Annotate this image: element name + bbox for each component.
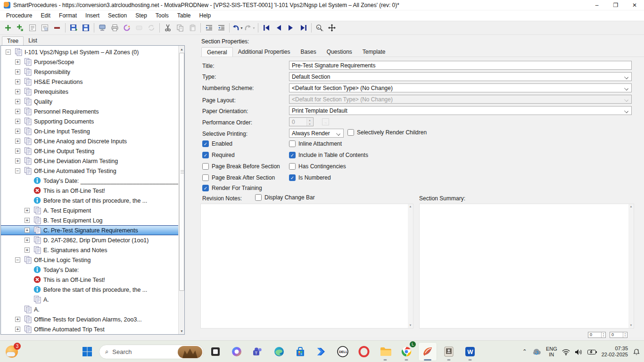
tree-item[interactable]: Before the start of this procedure, the … [1, 196, 178, 206]
menu-format[interactable]: Format [55, 11, 81, 20]
expand-icon[interactable]: + [15, 139, 20, 144]
tab-questions[interactable]: Questions [322, 47, 357, 57]
menu-tools[interactable]: Tools [151, 11, 173, 20]
tab-template[interactable]: Template [357, 47, 391, 57]
page-break-after-checkbox[interactable]: Page Break After Section [202, 174, 275, 181]
menu-procedure[interactable]: Procedure [2, 11, 36, 20]
print-button[interactable] [108, 22, 121, 33]
paper-orientation-select[interactable]: Print Template Default [289, 106, 632, 115]
scroll-up-icon[interactable]: ▲ [628, 204, 634, 209]
cut-button[interactable] [162, 22, 174, 33]
scroll-down-icon[interactable]: ▼ [179, 328, 185, 334]
expand-icon[interactable]: + [15, 69, 20, 74]
tree-item[interactable]: −Off-Line Logic Testing [1, 255, 178, 265]
expand-icon[interactable]: + [15, 158, 20, 164]
expand-icon[interactable]: + [15, 99, 20, 104]
expand-icon[interactable]: + [15, 129, 20, 134]
onedrive-sync-icon[interactable] [532, 347, 541, 356]
tree-item-selected[interactable]: +C. Pre-Test Signature Requirements [1, 225, 178, 235]
tab-additional-properties[interactable]: Additional Properties [233, 47, 296, 57]
nav-first-button[interactable] [260, 22, 272, 33]
tree-item[interactable]: +A. Test Equipment [1, 206, 178, 215]
scroll-up-icon[interactable]: ▲ [179, 46, 185, 52]
tree-item[interactable]: +B. Test Equipment Log [1, 215, 178, 225]
power-automate-icon[interactable] [312, 342, 331, 361]
store-icon[interactable] [291, 342, 310, 361]
tree-item[interactable]: +Off-Line Analog and Discrete Inputs [1, 136, 178, 146]
tab-tree[interactable]: Tree [2, 36, 24, 46]
tree-scrollbar[interactable]: ▲ ▼ [178, 46, 184, 334]
start-button[interactable] [78, 342, 97, 361]
collapse-icon[interactable]: − [15, 257, 20, 263]
tray-chevron-icon[interactable]: ⌃ [522, 348, 527, 355]
tree-item[interactable]: +E. Signatures and Notes [1, 245, 178, 255]
menu-section[interactable]: Section [104, 11, 131, 20]
word-icon[interactable]: W [461, 342, 479, 361]
checkbox-box[interactable]: ✓ [202, 152, 209, 158]
checkbox-box[interactable]: ✓ [202, 140, 209, 147]
tree-item[interactable]: This is an Off-Line Test! [1, 275, 178, 285]
wifi-icon[interactable] [562, 347, 570, 356]
is-numbered-checkbox[interactable]: ✓Is Numbered [289, 174, 331, 181]
title-input[interactable]: Pre-Test Signature Requirements [289, 61, 632, 70]
section-summary-textarea[interactable]: ▲▼ [419, 204, 634, 329]
undo-button[interactable]: ▼ [231, 22, 244, 33]
tree-item[interactable]: A. [1, 295, 178, 304]
dropdown-caret-icon[interactable]: ▼ [240, 26, 243, 30]
required-checkbox[interactable]: ✓Required [202, 152, 235, 158]
chrome-icon[interactable]: L [397, 342, 416, 361]
tree-item[interactable]: +D. 2AT-2862, Drip Drum Detector (1oo1) [1, 235, 178, 245]
tab-list[interactable]: List [24, 36, 42, 46]
tree-item[interactable]: +Responsibility [1, 67, 178, 77]
display-change-bar-checkbox[interactable]: Display Change Bar [255, 194, 315, 201]
taskview-icon[interactable] [206, 342, 225, 361]
menu-edit[interactable]: Edit [36, 11, 55, 20]
type-select[interactable]: Default Section [289, 72, 632, 81]
section-summary-scrollbar[interactable]: ▲▼ [628, 204, 634, 328]
collapse-icon[interactable]: − [6, 49, 11, 55]
collapse-icon[interactable]: − [15, 168, 20, 173]
expand-icon[interactable]: + [15, 89, 20, 94]
edge-icon[interactable] [270, 342, 289, 361]
nav-prev-button[interactable] [272, 22, 285, 33]
enabled-checkbox[interactable]: ✓Enabled [202, 140, 232, 147]
close-button[interactable]: ✕ [625, 0, 644, 10]
tab-general[interactable]: General [201, 47, 233, 57]
search-highlight-image[interactable] [178, 346, 202, 358]
add-child-button[interactable] [14, 22, 26, 33]
tree-item[interactable]: +Prerequisites [1, 87, 178, 97]
expand-icon[interactable]: + [25, 228, 30, 233]
dropdown-caret-icon[interactable]: ▼ [252, 26, 256, 30]
language-indicator[interactable]: ENGIN [546, 346, 557, 357]
find-replace-button[interactable]: a [314, 22, 326, 33]
revision-notes-textarea[interactable]: ▲▼ [200, 204, 413, 329]
checkbox-box[interactable]: ✓ [289, 152, 296, 158]
expand-icon[interactable]: + [15, 327, 20, 332]
checkbox-box[interactable] [202, 174, 209, 181]
checkbox-box[interactable] [289, 163, 296, 170]
selectively-render-children-checkbox[interactable]: Selectively Render Children [347, 129, 427, 136]
workstation-button[interactable] [96, 22, 108, 33]
tree-scroll-thumb[interactable] [179, 53, 184, 291]
copilot-icon[interactable] [227, 342, 246, 361]
tab-bases[interactable]: Bases [295, 47, 321, 57]
revision-notes-scrollbar[interactable]: ▲▼ [408, 204, 413, 328]
menu-step[interactable]: Step [131, 11, 151, 20]
scroll-up-icon[interactable]: ▲ [408, 204, 413, 209]
tree-item[interactable]: +HS&E Precautions [1, 77, 178, 87]
tree-item[interactable]: −I-101 Vps2/Ngsp Lel System – All Zones … [1, 47, 178, 57]
dell-icon[interactable]: DELL [333, 342, 352, 361]
add-button[interactable] [2, 22, 14, 33]
search-input[interactable]: ⌕Search [99, 345, 204, 359]
checkbox-box[interactable]: ✓ [202, 185, 209, 191]
save-button[interactable] [80, 22, 92, 33]
battery-icon[interactable] [587, 347, 597, 356]
page-break-before-checkbox[interactable]: Page Break Before Section [202, 163, 280, 170]
menu-help[interactable]: Help [195, 11, 215, 20]
indent-button[interactable] [215, 22, 227, 33]
tree-item[interactable]: Before the start of this procedure, the … [1, 285, 178, 295]
scroll-down-icon[interactable]: ▼ [628, 323, 634, 328]
checkbox-box[interactable] [289, 140, 296, 147]
tree-item[interactable]: +Off-Line Output Testing [1, 146, 178, 156]
include-in-toc-checkbox[interactable]: ✓Include in Table of Contents [289, 152, 368, 158]
